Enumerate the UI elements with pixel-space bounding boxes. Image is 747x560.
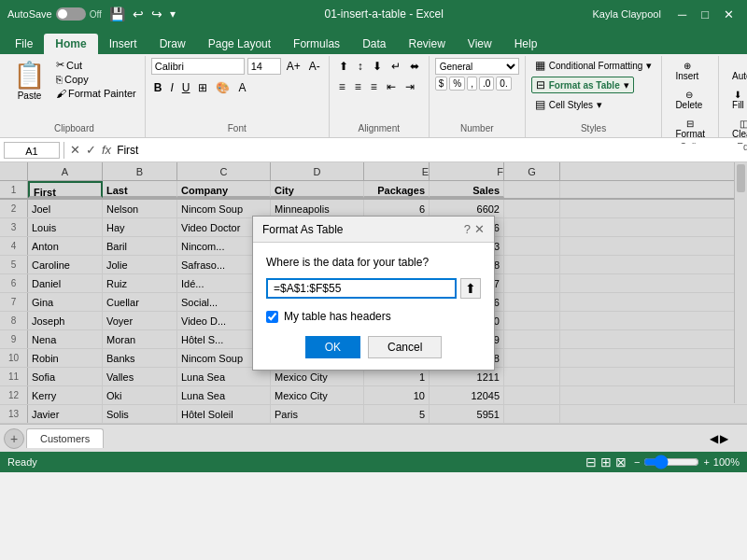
font-row-2: B I U ⊞ 🎨 A bbox=[151, 80, 249, 95]
font-group-name: Font bbox=[228, 123, 247, 135]
cut-button[interactable]: ✂Cut bbox=[53, 58, 139, 72]
fill-button[interactable]: ⬇ Fill bbox=[725, 87, 747, 113]
ribbon-tabs: File Home Insert Draw Page Layout Formul… bbox=[0, 28, 747, 54]
insert-cells-label: Insert bbox=[675, 71, 698, 81]
increase-font-button[interactable]: A+ bbox=[284, 59, 303, 74]
conditional-formatting-button[interactable]: ▦ Conditional Formatting ▾ bbox=[531, 58, 656, 73]
modal-body: Where is the data for your table? ⬆ My t… bbox=[253, 243, 494, 370]
normal-view-icon[interactable]: ⊟ bbox=[585, 455, 597, 469]
font-content: A+ A- B I U ⊞ 🎨 A bbox=[151, 58, 323, 123]
customize-icon[interactable]: ▾ bbox=[170, 7, 176, 21]
tab-formulas[interactable]: Formulas bbox=[282, 34, 351, 54]
clipboard-group-name: Clipboard bbox=[54, 123, 94, 135]
tab-view[interactable]: View bbox=[457, 34, 503, 54]
zoom-out-button[interactable]: − bbox=[634, 456, 640, 468]
format-painter-button[interactable]: 🖌Format Painter bbox=[53, 87, 139, 100]
collapse-range-button[interactable]: ⬆ bbox=[460, 278, 481, 299]
insert-function-icon[interactable]: fx bbox=[100, 143, 113, 157]
italic-button[interactable]: I bbox=[167, 80, 176, 95]
align-top-button[interactable]: ⬆ bbox=[335, 58, 352, 75]
cell-styles-button[interactable]: ▤ Cell Styles ▾ bbox=[531, 97, 606, 112]
align-right-button[interactable]: ≡ bbox=[367, 78, 381, 95]
restore-button[interactable]: □ bbox=[696, 7, 714, 21]
undo-icon[interactable]: ↩ bbox=[133, 7, 144, 21]
align-middle-button[interactable]: ↕ bbox=[354, 58, 367, 75]
zoom-slider[interactable] bbox=[643, 455, 699, 469]
autosave-toggle[interactable] bbox=[56, 7, 86, 21]
merge-button[interactable]: ⬌ bbox=[406, 58, 423, 75]
clipboard-content: 📋 Paste ✂Cut ⎘Copy 🖌Format Painter bbox=[9, 58, 139, 123]
bold-button[interactable]: B bbox=[151, 80, 165, 95]
save-icon[interactable]: 💾 bbox=[109, 7, 125, 21]
ok-button[interactable]: OK bbox=[305, 336, 360, 358]
cancel-formula-icon[interactable]: ✕ bbox=[68, 143, 82, 157]
close-button[interactable]: ✕ bbox=[718, 7, 740, 21]
cell-reference-box[interactable]: A1 bbox=[4, 142, 60, 159]
wrap-text-button[interactable]: ↵ bbox=[388, 58, 404, 75]
tab-home[interactable]: Home bbox=[44, 34, 97, 54]
comma-button[interactable]: , bbox=[467, 77, 477, 91]
conditional-formatting-label: Conditional Formatting bbox=[549, 61, 643, 71]
autosum-button[interactable]: Σ AutoSum bbox=[725, 58, 747, 84]
page-layout-view-icon[interactable]: ⊞ bbox=[600, 455, 612, 469]
align-center-button[interactable]: ≡ bbox=[351, 78, 365, 95]
headers-checkbox-label: My table has headers bbox=[284, 310, 391, 323]
tab-review[interactable]: Review bbox=[397, 34, 456, 54]
font-size-input[interactable] bbox=[247, 58, 281, 75]
clear-button[interactable]: ◫ Clear bbox=[725, 116, 747, 142]
zoom-area: − + 100% bbox=[634, 455, 740, 469]
tab-page-layout[interactable]: Page Layout bbox=[197, 34, 282, 54]
confirm-formula-icon[interactable]: ✓ bbox=[84, 143, 98, 157]
format-cells-button[interactable]: ⊟ Format bbox=[668, 116, 712, 142]
modal-checkbox-row: My table has headers bbox=[266, 310, 481, 323]
format-as-table-button[interactable]: ⊟ Format as Table ▾ bbox=[531, 77, 634, 93]
redo-icon[interactable]: ↪ bbox=[151, 7, 162, 21]
number-format-select[interactable]: General Number Currency bbox=[435, 58, 519, 75]
currency-button[interactable]: $ bbox=[435, 77, 448, 91]
formula-input[interactable] bbox=[117, 144, 743, 157]
sheet-tab-customers[interactable]: Customers bbox=[26, 428, 104, 448]
status-ready: Ready bbox=[7, 456, 37, 468]
minimize-button[interactable]: ─ bbox=[672, 7, 692, 21]
modal-close-button[interactable]: ✕ bbox=[474, 222, 485, 236]
tab-scroll-right[interactable]: ▶ bbox=[720, 432, 728, 445]
border-button[interactable]: ⊞ bbox=[195, 80, 210, 95]
font-color-button[interactable]: A bbox=[235, 80, 248, 95]
cell-styles-icon: ▤ bbox=[535, 98, 545, 111]
indent-decrease-button[interactable]: ⇤ bbox=[383, 78, 400, 95]
tab-data[interactable]: Data bbox=[351, 34, 397, 54]
modal-help-button[interactable]: ? bbox=[464, 222, 471, 236]
insert-cells-button[interactable]: ⊕ Insert bbox=[668, 58, 706, 84]
table-range-input[interactable] bbox=[266, 278, 457, 299]
paste-button[interactable]: 📋 Paste bbox=[9, 58, 49, 123]
page-break-view-icon[interactable]: ⊠ bbox=[615, 455, 627, 469]
fill-color-button[interactable]: 🎨 bbox=[213, 80, 233, 95]
decrease-font-button[interactable]: A- bbox=[306, 59, 323, 74]
add-sheet-button[interactable]: + bbox=[4, 428, 24, 449]
copy-button[interactable]: ⎘Copy bbox=[53, 73, 139, 86]
zoom-in-button[interactable]: + bbox=[703, 456, 709, 468]
tab-file[interactable]: File bbox=[4, 34, 44, 54]
paste-icon: 📋 bbox=[13, 60, 46, 91]
editing-content: Σ AutoSum ⬇ Fill ◫ Clear bbox=[725, 58, 747, 142]
delete-cells-button[interactable]: ⊖ Delete bbox=[668, 87, 710, 113]
conditional-formatting-arrow: ▾ bbox=[646, 60, 652, 72]
format-painter-icon: 🖌 bbox=[56, 88, 66, 99]
indent-increase-button[interactable]: ⇥ bbox=[402, 78, 418, 95]
cancel-button[interactable]: Cancel bbox=[368, 336, 442, 358]
tab-draw[interactable]: Draw bbox=[148, 34, 197, 54]
tab-help[interactable]: Help bbox=[503, 34, 549, 54]
underline-button[interactable]: U bbox=[179, 80, 193, 95]
tab-scroll-left[interactable]: ◀ bbox=[710, 432, 718, 445]
autosave-off-label: Off bbox=[90, 9, 102, 20]
headers-checkbox[interactable] bbox=[266, 311, 278, 323]
increase-decimal-button[interactable]: .0 bbox=[479, 77, 494, 91]
tab-insert[interactable]: Insert bbox=[98, 34, 148, 54]
font-name-input[interactable] bbox=[151, 58, 245, 75]
align-left-button[interactable]: ≡ bbox=[335, 78, 349, 95]
align-bottom-button[interactable]: ⬇ bbox=[369, 58, 386, 75]
formula-icons: ✕ ✓ fx bbox=[68, 143, 113, 157]
autosave-label: AutoSave bbox=[7, 8, 52, 20]
decrease-decimal-button[interactable]: 0. bbox=[496, 77, 511, 91]
percent-button[interactable]: % bbox=[449, 77, 465, 91]
